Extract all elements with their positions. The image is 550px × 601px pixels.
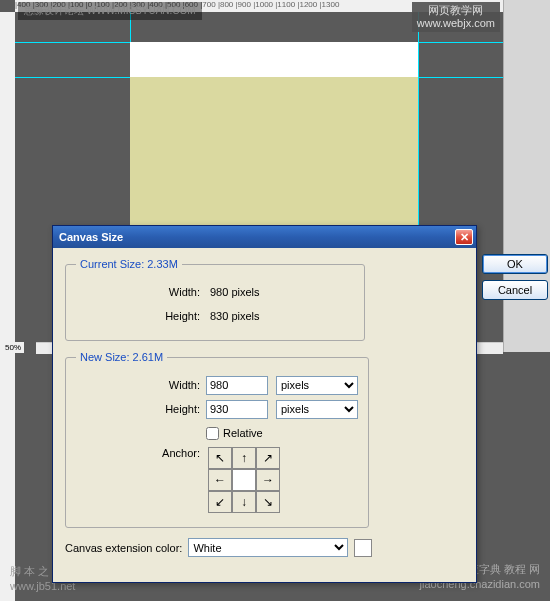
current-height-value: 830 pixels: [206, 310, 260, 322]
new-size-legend: New Size: 2.61M: [76, 351, 167, 363]
height-unit-select[interactable]: pixels: [276, 400, 358, 419]
new-width-label: Width:: [76, 379, 206, 391]
anchor-s[interactable]: ↓: [232, 491, 256, 513]
extension-color-label: Canvas extension color:: [65, 542, 182, 554]
ok-button[interactable]: OK: [482, 254, 548, 274]
current-size-legend: Current Size: 2.33M: [76, 258, 182, 270]
current-width-value: 980 pixels: [206, 286, 260, 298]
anchor-ne[interactable]: ↗: [256, 447, 280, 469]
close-button[interactable]: ✕: [455, 229, 473, 245]
cancel-button[interactable]: Cancel: [482, 280, 548, 300]
anchor-w[interactable]: ←: [208, 469, 232, 491]
anchor-sw[interactable]: ↙: [208, 491, 232, 513]
dialog-title: Canvas Size: [59, 231, 455, 243]
current-height-label: Height:: [76, 310, 206, 322]
anchor-e[interactable]: →: [256, 469, 280, 491]
extension-color-select[interactable]: White: [188, 538, 348, 557]
canvas-size-dialog: Canvas Size ✕ Current Size: 2.33M Width:…: [52, 225, 477, 583]
relative-checkbox[interactable]: [206, 427, 219, 440]
watermark-text: 网页教学网: [417, 4, 495, 17]
close-icon: ✕: [460, 231, 469, 244]
anchor-grid: ↖ ↑ ↗ ← → ↙ ↓ ↘: [208, 447, 280, 513]
extension-color-swatch[interactable]: [354, 539, 372, 557]
anchor-nw[interactable]: ↖: [208, 447, 232, 469]
new-height-input[interactable]: [206, 400, 268, 419]
canvas-content-layer: [130, 77, 418, 227]
watermark-top-right: 网页教学网 www.webjx.com: [412, 2, 500, 32]
extension-color-row: Canvas extension color: White: [65, 538, 464, 557]
anchor-n[interactable]: ↑: [232, 447, 256, 469]
relative-label: Relative: [223, 427, 263, 439]
watermark-text: www.webjx.com: [417, 17, 495, 30]
new-width-input[interactable]: [206, 376, 268, 395]
new-size-group: New Size: 2.61M Width: pixels Height: pi…: [65, 351, 369, 528]
current-width-label: Width:: [76, 286, 206, 298]
watermark-top-left: 思缘设计论坛 WWW.MISSYUAN.COM: [18, 2, 202, 20]
current-size-group: Current Size: 2.33M Width: 980 pixels He…: [65, 258, 365, 341]
dialog-buttons: OK Cancel: [482, 254, 548, 306]
ruler-vertical: [0, 12, 15, 601]
width-unit-select[interactable]: pixels: [276, 376, 358, 395]
new-height-label: Height:: [76, 403, 206, 415]
anchor-label: Anchor:: [76, 447, 206, 459]
anchor-center[interactable]: [232, 469, 256, 491]
zoom-level[interactable]: 50%: [2, 342, 24, 353]
anchor-se[interactable]: ↘: [256, 491, 280, 513]
dialog-titlebar[interactable]: Canvas Size ✕: [53, 226, 476, 248]
canvas-white-area: [130, 42, 418, 77]
dialog-body: Current Size: 2.33M Width: 980 pixels He…: [53, 248, 476, 584]
